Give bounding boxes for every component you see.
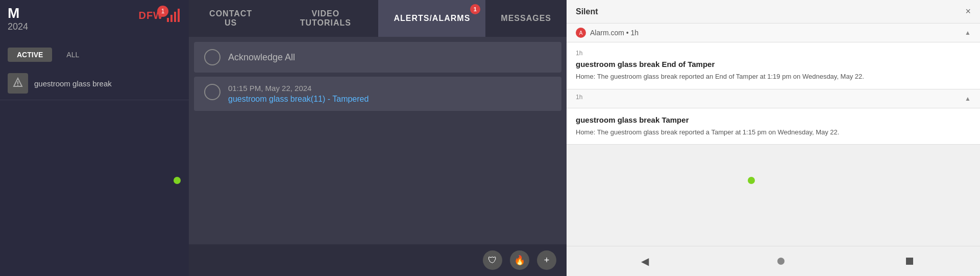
shield-btn[interactable]: 🛡 (483, 250, 502, 270)
notif-body-1: Home: The guestroom glass break reported… (576, 72, 971, 82)
svg-point-6 (17, 85, 18, 86)
tab-bar: CONTACT US VIDEO TUTORIALS ALERTS/ALARMS… (189, 0, 567, 37)
notif-source-row-2: 1h ▲ (567, 89, 980, 108)
plus-btn[interactable]: + (537, 250, 556, 270)
notif-footer: ◀ (567, 246, 980, 276)
tab-alerts[interactable]: ALERTS/ALARMS 1 (378, 0, 485, 37)
glass-break-icon (12, 77, 24, 89)
notif-time-1: 1h (576, 50, 971, 57)
tab-video[interactable]: VIDEO TUTORIALS (273, 0, 378, 37)
source-info: A Alarm.com • 1h (576, 28, 639, 38)
chevron-up-icon-1[interactable]: ▲ (965, 29, 971, 36)
dfw-logo: DFW 1 (138, 8, 181, 23)
alert-event-row[interactable]: 01:15 PM, May 22, 2024 guestroom glass b… (194, 77, 561, 111)
chevron-up-icon-2[interactable]: ▲ (965, 95, 971, 102)
svg-rect-2 (174, 12, 176, 22)
close-btn[interactable]: × (965, 6, 971, 17)
silent-label: Silent (576, 7, 598, 16)
status-dot-left (174, 177, 181, 184)
svg-rect-1 (170, 15, 173, 22)
alarm-dot: A (576, 28, 586, 38)
nav-back-btn[interactable]: ◀ (633, 252, 656, 270)
dfw-logo-badge: 1 (157, 6, 168, 17)
notif-body-2: Home: The guestroom glass break reported… (576, 127, 971, 137)
alert-icon (8, 73, 28, 94)
event-timestamp: 01:15 PM, May 22, 2024 (228, 84, 369, 93)
tab-messages[interactable]: MESSAGES (485, 0, 567, 37)
left-panel: M 2024 DFW 1 ACTIVE ALL guestroom glass … (0, 0, 189, 276)
notif-title-1: guestroom glass break End of Tamper (576, 60, 971, 68)
notif-card-2: guestroom glass break Tamper Home: The g… (567, 108, 980, 145)
alerts-content: Acknowledge All 01:15 PM, May 22, 2024 g… (189, 37, 567, 244)
notif-title-2: guestroom glass break Tamper (576, 116, 971, 124)
left-title-block: M 2024 (8, 5, 28, 32)
nav-square-indicator (906, 258, 913, 265)
event-circle-btn[interactable] (204, 84, 220, 100)
svg-rect-0 (167, 18, 169, 22)
filter-all-btn[interactable]: ALL (57, 48, 88, 62)
notif-source-row-1: A Alarm.com • 1h ▲ (567, 24, 980, 42)
fire-btn[interactable]: 🔥 (510, 250, 529, 270)
source-name: Alarm.com • 1h (590, 29, 639, 37)
tab-contact[interactable]: CONTACT US (189, 0, 273, 37)
notif-card-1: 1h guestroom glass break End of Tamper H… (567, 42, 980, 89)
right-panel: Silent × A Alarm.com • 1h ▲ 1h guestroom… (567, 0, 980, 276)
acknowledge-all-circle[interactable] (204, 49, 220, 65)
filter-active-btn[interactable]: ACTIVE (8, 48, 52, 62)
middle-panel: CONTACT US VIDEO TUTORIALS ALERTS/ALARMS… (189, 0, 567, 276)
left-alert-item[interactable]: guestroom glass break (0, 67, 189, 100)
notif-time-2-header: 1h (576, 94, 582, 101)
acknowledge-all-label: Acknowledge All (228, 52, 295, 63)
acknowledge-all-row[interactable]: Acknowledge All (194, 42, 561, 73)
event-name: guestroom glass break(11) - Tampered (228, 95, 369, 104)
filter-row: ACTIVE ALL (8, 48, 181, 62)
left-alert-text: guestroom glass break (34, 78, 112, 89)
middle-footer: 🛡 🔥 + (189, 244, 567, 276)
notif-header: Silent × (567, 0, 980, 24)
left-date: 2024 (8, 21, 28, 32)
svg-rect-3 (178, 9, 180, 22)
nav-circle-indicator (777, 258, 785, 265)
left-title: M (8, 5, 28, 21)
alerts-badge: 1 (470, 4, 480, 14)
status-dot-mid (748, 177, 755, 184)
alert-event-text: 01:15 PM, May 22, 2024 guestroom glass b… (228, 84, 369, 104)
